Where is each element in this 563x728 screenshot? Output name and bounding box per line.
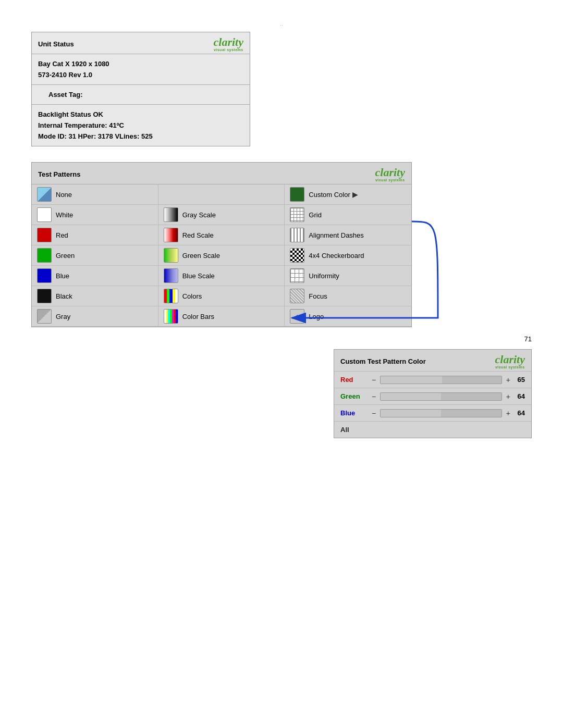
blue-channel-row: Blue − + 64 [334,404,531,421]
test-patterns-title: Test Patterns [38,170,80,178]
tp-blue[interactable]: Blue [32,266,158,286]
tp-gray-scale[interactable]: Gray Scale [158,205,285,225]
custom-color-arrow: ▶ [352,190,358,199]
tp-white[interactable]: White [32,205,158,225]
none-label: None [56,191,72,199]
green-scale-icon [164,248,178,263]
colors-label: Colors [182,292,202,300]
backlight-status: Backlight Status OK [38,109,243,120]
green-plus-button[interactable]: + [506,392,510,401]
red-plus-button[interactable]: + [506,376,510,384]
tp-green-scale[interactable]: Green Scale [158,245,285,266]
tp-gray[interactable]: Gray [32,306,158,327]
test-patterns-logo: clarity visual systems [375,167,405,182]
top-dots: .. [31,21,532,27]
asset-tag: Asset Tag: [38,89,243,100]
green-slider-track[interactable] [380,392,502,401]
tp-uniformity[interactable]: Uniformity [285,266,411,286]
all-label: All [340,426,372,434]
green-channel-row: Green − + 64 [334,388,531,404]
custom-panel-logo: clarity visual systems [495,354,525,369]
unit-model: Bay Cat X 1920 x 1080 [38,58,243,69]
tp-red[interactable]: Red [32,225,158,245]
green-minus-button[interactable]: − [372,392,376,401]
red-value: 65 [510,376,525,384]
blue-scale-label: Blue Scale [182,272,215,280]
blue-icon [37,268,52,283]
red-minus-button[interactable]: − [372,376,376,384]
red-scale-icon [164,228,178,242]
tp-color-bars[interactable]: Color Bars [158,306,285,327]
red-label: Red [56,231,68,239]
unit-status-logo: clarity visual systems [214,36,243,52]
tp-blue-scale[interactable]: Blue Scale [158,266,285,286]
checkerboard-icon [290,248,304,263]
none-icon [37,187,52,202]
unit-status-panel: Unit Status clarity visual systems Bay C… [31,32,250,146]
gray-label: Gray [56,313,70,320]
focus-icon [290,289,304,303]
red-slider-track[interactable] [380,376,502,384]
uniformity-label: Uniformity [309,272,339,280]
green-label: Green [56,252,75,260]
custom-panel-title: Custom Test Pattern Color [340,357,426,365]
grid-icon [290,207,304,222]
temp-status: Internal Temperature: 41ºC [38,120,243,131]
blue-slider-fill [381,410,441,417]
page-number: 71 [524,335,532,343]
blue-value: 64 [510,409,525,417]
blue-plus-button[interactable]: + [506,409,510,417]
checkerboard-label: 4x4 Checkerboard [309,252,364,260]
green-icon [37,248,52,263]
red-channel-label: Red [340,376,372,384]
unit-serial: 573-2410 Rev 1.0 [38,69,243,80]
custom-panel-body: Red − + 65 Green − + 64 Blue [334,371,531,438]
uniformity-icon [290,268,304,283]
tp-alignment-dashes[interactable]: Alignment Dashes [285,225,411,245]
green-value: 64 [510,392,525,400]
red-slider-fill [381,376,442,384]
logo-icon: ⚙ [290,309,304,324]
tp-none[interactable]: None [32,184,158,205]
green-scale-label: Green Scale [182,252,220,260]
white-icon [37,207,52,222]
blue-label: Blue [56,272,69,280]
black-label: Black [56,292,72,300]
grid-label: Grid [309,211,322,219]
tp-checkerboard[interactable]: 4x4 Checkerboard [285,245,411,266]
black-icon [37,289,52,303]
unit-status-title: Unit Status [38,40,74,48]
all-channel-row: All [334,421,531,438]
colors-icon [164,289,178,303]
tp-empty-1 [158,184,285,205]
logo-label: Logo [309,313,324,320]
tp-red-scale[interactable]: Red Scale [158,225,285,245]
gray-scale-label: Gray Scale [182,211,216,219]
custom-color-label: Custom Color [309,191,350,199]
mode-info: Mode ID: 31 HPer: 3178 VLines: 525 [38,131,243,142]
color-bars-icon [164,309,178,324]
test-patterns-grid: None Custom Color ▶ White Gray Scale Gri… [32,184,411,327]
alignment-icon [290,228,304,242]
tp-green[interactable]: Green [32,245,158,266]
gray-icon [37,309,52,324]
green-channel-label: Green [340,392,372,400]
red-icon [37,228,52,242]
focus-label: Focus [309,292,327,300]
tp-focus[interactable]: Focus [285,286,411,306]
test-patterns-panel: Test Patterns clarity visual systems Non… [31,162,412,327]
tp-grid[interactable]: Grid [285,205,411,225]
tp-custom-color[interactable]: Custom Color ▶ [285,184,411,205]
tp-logo[interactable]: ⚙ Logo [285,306,411,327]
tp-black[interactable]: Black [32,286,158,306]
custom-color-icon [290,187,304,202]
green-slider-fill [381,393,441,400]
red-scale-label: Red Scale [182,231,214,239]
tp-colors[interactable]: Colors [158,286,285,306]
blue-minus-button[interactable]: − [372,409,376,417]
color-bars-label: Color Bars [182,313,214,320]
blue-channel-label: Blue [340,409,372,417]
red-channel-row: Red − + 65 [334,371,531,388]
blue-slider-track[interactable] [380,409,502,417]
white-label: White [56,211,73,219]
